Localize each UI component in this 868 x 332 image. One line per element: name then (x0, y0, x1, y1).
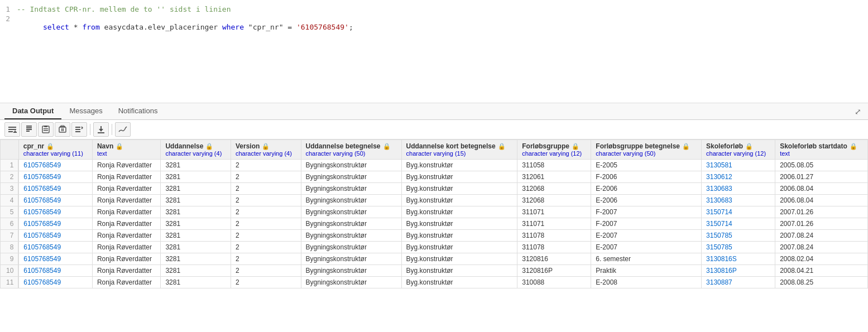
cell-uddannelse: 3281 (161, 265, 231, 277)
cell-skoleforloeb[interactable]: 3150714 (702, 218, 775, 230)
cell-skoleforloeb[interactable]: 3130816S (702, 253, 775, 265)
cell-cpr-nr[interactable]: 6105768549 (18, 206, 92, 218)
cell-version: 2 (231, 195, 301, 206)
cell-cpr-nr[interactable]: 6105768549 (18, 230, 92, 242)
svg-rect-11 (44, 128, 48, 129)
svg-rect-24 (98, 132, 104, 133)
svg-rect-18 (75, 127, 80, 128)
cell-forloebsgruppe: 311071 (517, 206, 591, 218)
cell-cpr-nr[interactable]: 6105768549 (18, 277, 92, 288)
cell-udd-kort: Byg.konstruktør (401, 242, 517, 253)
cell-forloebsgruppe: 312068 (517, 183, 591, 195)
cell-skoleforloeb[interactable]: 3130816P (702, 265, 775, 277)
col-header-udd-betegnelse: Uddannelse betegnelse 🔒 character varyin… (301, 140, 401, 160)
table-row[interactable]: 8 6105768549 Ronja Røverdatter 3281 2 By… (1, 242, 868, 253)
copy-rows-button[interactable] (21, 122, 37, 137)
cell-udd-kort: Byg.konstruktør (401, 206, 517, 218)
row-number: 7 (1, 230, 19, 242)
table-row[interactable]: 1 6105768549 Ronja Røverdatter 3281 2 By… (1, 160, 868, 171)
cell-uddannelse: 3281 (161, 160, 231, 171)
cell-cpr-nr[interactable]: 6105768549 (18, 218, 92, 230)
cell-uddannelse: 3281 (161, 242, 231, 253)
cell-navn: Ronja Røverdatter (92, 230, 161, 242)
cell-cpr-nr[interactable]: 6105768549 (18, 183, 92, 195)
cell-forloeb-betegnelse: F-2007 (591, 206, 702, 218)
svg-rect-8 (26, 131, 30, 132)
delete-button[interactable] (55, 122, 70, 137)
cell-skoleforloeb[interactable]: 3130612 (702, 171, 775, 183)
cell-skoleforloeb[interactable]: 3150785 (702, 242, 775, 253)
add-row-button[interactable] (4, 122, 20, 137)
cell-forloebsgruppe: 3120816P (517, 265, 591, 277)
cell-forloeb-betegnelse: Praktik (591, 265, 702, 277)
table-row[interactable]: 11 6105768549 Ronja Røverdatter 3281 2 B… (1, 277, 868, 288)
tab-data-output[interactable]: Data Output (4, 103, 61, 119)
cell-uddannelse: 3281 (161, 195, 231, 206)
cell-cpr-nr[interactable]: 6105768549 (18, 195, 92, 206)
cell-forloeb-betegnelse: E-2007 (591, 242, 702, 253)
cell-uddannelse: 3281 (161, 277, 231, 288)
sql-editor[interactable]: 1 -- Indtast CPR-nr. mellem de to '' sid… (0, 0, 868, 103)
lock-icon-udd-bet: 🔒 (383, 143, 391, 150)
table-row[interactable]: 7 6105768549 Ronja Røverdatter 3281 2 By… (1, 230, 868, 242)
col-header-skoleforloeb: Skoleforløb 🔒 character varying (12) (702, 140, 775, 160)
cell-forloebsgruppe: 312068 (517, 195, 591, 206)
cell-skoleforloeb[interactable]: 3130683 (702, 195, 775, 206)
cell-navn: Ronja Røverdatter (92, 265, 161, 277)
keyword-from: from (82, 23, 99, 31)
cell-navn: Ronja Røverdatter (92, 171, 161, 183)
cell-udd-betegnelse: Bygningskonstruktør (301, 171, 401, 183)
download-icon (97, 125, 105, 134)
cell-forloeb-betegnelse: E-2005 (591, 160, 702, 171)
table-row[interactable]: 4 6105768549 Ronja Røverdatter 3281 2 By… (1, 195, 868, 206)
keyword-where: where (222, 23, 244, 31)
cell-skoleforloeb[interactable]: 3130887 (702, 277, 775, 288)
table-row[interactable]: 5 6105768549 Ronja Røverdatter 3281 2 By… (1, 206, 868, 218)
svg-marker-21 (81, 126, 83, 129)
tab-messages[interactable]: Messages (61, 103, 110, 119)
sql-line-2: 2 select * from easycdata.elev_placering… (0, 14, 868, 40)
graph-icon (118, 125, 127, 134)
cell-cpr-nr[interactable]: 6105768549 (18, 265, 92, 277)
sql-code-2: select * from easycdata.elev_placeringer… (17, 15, 868, 40)
move-button[interactable] (71, 122, 87, 137)
cell-udd-kort: Byg.konstruktør (401, 253, 517, 265)
cell-version: 2 (231, 206, 301, 218)
paste-button[interactable] (38, 122, 54, 137)
cell-cpr-nr[interactable]: 6105768549 (18, 171, 92, 183)
cell-version: 2 (231, 230, 301, 242)
cell-forloebsgruppe: 311078 (517, 242, 591, 253)
svg-rect-5 (26, 126, 32, 127)
table-row[interactable]: 3 6105768549 Ronja Røverdatter 3281 2 By… (1, 183, 868, 195)
data-grid-container[interactable]: cpr_nr 🔒 character varying (11) Navn 🔒 t… (0, 139, 868, 288)
table-row[interactable]: 2 6105768549 Ronja Røverdatter 3281 2 By… (1, 171, 868, 183)
cell-startdato: 2007.01.26 (775, 218, 868, 230)
cell-cpr-nr[interactable]: 6105768549 (18, 160, 92, 171)
cell-skoleforloeb[interactable]: 3150714 (702, 206, 775, 218)
filter-button[interactable] (115, 122, 131, 137)
sql-string-value: '6105768549' (296, 23, 349, 31)
cell-startdato: 2008.08.25 (775, 277, 868, 288)
cell-skoleforloeb[interactable]: 3130581 (702, 160, 775, 171)
tab-notifications[interactable]: Notifications (111, 103, 166, 119)
cell-navn: Ronja Røverdatter (92, 253, 161, 265)
table-row[interactable]: 9 6105768549 Ronja Røverdatter 3281 2 By… (1, 253, 868, 265)
cell-cpr-nr[interactable]: 6105768549 (18, 253, 92, 265)
table-row[interactable]: 10 6105768549 Ronja Røverdatter 3281 2 B… (1, 265, 868, 277)
table-row[interactable]: 6 6105768549 Ronja Røverdatter 3281 2 By… (1, 218, 868, 230)
move-icon (75, 125, 84, 134)
line-number-2: 2 (0, 15, 17, 23)
cell-skoleforloeb[interactable]: 3130683 (702, 183, 775, 195)
cell-udd-betegnelse: Bygningskonstruktør (301, 230, 401, 242)
row-number: 1 (1, 160, 19, 171)
cell-udd-kort: Byg.konstruktør (401, 183, 517, 195)
cell-udd-betegnelse: Bygningskonstruktør (301, 206, 401, 218)
cell-forloeb-betegnelse: 6. semester (591, 253, 702, 265)
cell-forloeb-betegnelse: E-2008 (591, 277, 702, 288)
expand-icon[interactable]: ⤢ (852, 105, 864, 118)
lock-icon-startdato: 🔒 (850, 143, 857, 150)
cell-cpr-nr[interactable]: 6105768549 (18, 242, 92, 253)
cell-skoleforloeb[interactable]: 3150785 (702, 230, 775, 242)
svg-rect-1 (8, 129, 16, 130)
download-button[interactable] (93, 122, 109, 137)
